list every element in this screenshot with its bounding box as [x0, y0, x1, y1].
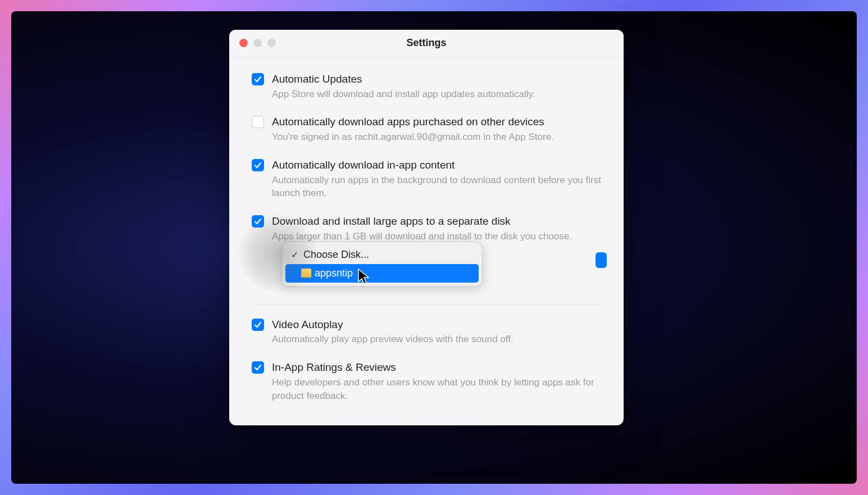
label-inapp-content: Automatically download in-app content — [272, 158, 601, 172]
desc-inapp-content: Automatically run apps in the background… — [272, 174, 601, 201]
checkbox-auto-download-purchased[interactable] — [252, 116, 264, 128]
settings-window: Settings Automatic Updates App Store wil… — [229, 30, 624, 425]
divider — [252, 304, 601, 305]
disk-select-button-edge[interactable] — [596, 252, 607, 268]
desc-large-apps-disk: Apps larger than 1 GB will download and … — [272, 230, 601, 243]
desc-video-autoplay: Automatically play app preview videos wi… — [272, 333, 601, 346]
label-ratings-reviews: In-App Ratings & Reviews — [272, 361, 601, 375]
setting-inapp-content: Automatically download in-app content Au… — [252, 158, 601, 200]
checkbox-large-apps-disk[interactable] — [252, 215, 264, 228]
checkbox-inapp-content[interactable] — [252, 159, 264, 171]
titlebar: Settings — [229, 30, 624, 57]
setting-video-autoplay: Video Autoplay Automatically play app pr… — [252, 318, 601, 346]
checkbox-ratings-reviews[interactable] — [252, 361, 264, 374]
desc-automatic-updates: App Store will download and install app … — [272, 88, 601, 101]
dropdown-item-choose-disk[interactable]: ✓ Choose Disk... — [285, 246, 479, 264]
desc-auto-download-purchased: You're signed in as rachit.agarwal.90@gm… — [272, 130, 601, 144]
label-auto-download-purchased: Automatically download apps purchased on… — [272, 115, 601, 129]
setting-large-apps-disk: Download and install large apps to a sep… — [252, 215, 601, 243]
checkmark-icon: ✓ — [291, 249, 300, 260]
window-title: Settings — [229, 37, 624, 49]
checkbox-video-autoplay[interactable] — [252, 319, 264, 331]
setting-auto-download-purchased: Automatically download apps purchased on… — [252, 115, 601, 143]
dropdown-choose-disk-label: Choose Disk... — [303, 249, 369, 261]
disk-icon — [301, 269, 311, 278]
dropdown-disk-name: appsntip — [315, 267, 353, 279]
label-video-autoplay: Video Autoplay — [272, 318, 601, 332]
setting-automatic-updates: Automatic Updates App Store will downloa… — [252, 72, 601, 101]
label-large-apps-disk: Download and install large apps to a sep… — [272, 215, 601, 229]
desc-ratings-reviews: Help developers and other users know wha… — [272, 376, 601, 403]
disk-dropdown-menu: ✓ Choose Disk... appsntip — [282, 242, 482, 286]
label-automatic-updates: Automatic Updates — [272, 72, 601, 87]
setting-ratings-reviews: In-App Ratings & Reviews Help developers… — [252, 361, 601, 402]
dropdown-item-disk[interactable]: appsntip — [285, 264, 479, 283]
checkbox-automatic-updates[interactable] — [252, 73, 264, 85]
